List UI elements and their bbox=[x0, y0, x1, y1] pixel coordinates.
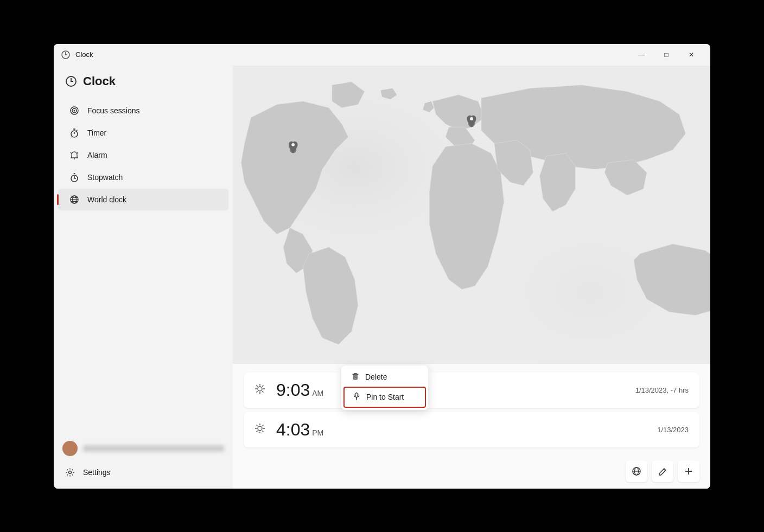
stopwatch-icon bbox=[69, 172, 80, 183]
svg-line-16 bbox=[71, 152, 72, 153]
clock-card-new-york: 9:03 AM New York 1/13/2023, -7 hrs bbox=[244, 373, 699, 408]
delete-menu-item[interactable]: Delete bbox=[343, 368, 426, 387]
pin-icon bbox=[352, 392, 361, 402]
alarm-label: Alarm bbox=[87, 151, 107, 159]
svg-point-32 bbox=[291, 143, 295, 146]
svg-rect-11 bbox=[73, 129, 75, 130]
world-clock-label: World clock bbox=[87, 195, 126, 204]
time-ampm-1: AM bbox=[312, 389, 323, 398]
settings-label: Settings bbox=[83, 468, 111, 477]
title-bar-controls: — □ ✕ bbox=[629, 46, 704, 63]
context-menu: Delete Pin to Start bbox=[341, 366, 428, 410]
settings-icon bbox=[65, 467, 75, 478]
app-window: Clock — □ ✕ Clock bbox=[54, 44, 710, 489]
focus-sessions-icon bbox=[69, 105, 80, 116]
user-section bbox=[62, 439, 224, 458]
time-display-2: 4:03 PM bbox=[276, 420, 341, 440]
svg-line-53 bbox=[257, 431, 258, 432]
clock-card-2: 4:03 PM 1/13/2023 bbox=[244, 412, 699, 447]
clock-icon bbox=[65, 75, 78, 88]
svg-point-10 bbox=[74, 110, 75, 111]
time-value-2: 4:03 bbox=[276, 420, 310, 440]
svg-line-43 bbox=[257, 391, 258, 392]
svg-line-51 bbox=[262, 431, 263, 432]
sidebar: Clock Focus sessions bbox=[54, 66, 233, 489]
sidebar-header: Clock bbox=[54, 70, 233, 97]
date-info-2: 1/13/2023 bbox=[657, 426, 689, 434]
sun-icon-1 bbox=[254, 383, 265, 397]
svg-point-34 bbox=[470, 117, 473, 120]
svg-line-52 bbox=[262, 425, 263, 426]
settings-item[interactable]: Settings bbox=[62, 463, 224, 482]
delete-icon bbox=[351, 372, 360, 382]
world-clock-icon bbox=[69, 194, 80, 205]
globe-button[interactable] bbox=[626, 460, 647, 482]
sidebar-item-stopwatch[interactable]: Stopwatch bbox=[58, 166, 228, 188]
stopwatch-label: Stopwatch bbox=[87, 173, 123, 182]
world-map-svg bbox=[233, 66, 710, 364]
svg-line-14 bbox=[77, 130, 78, 131]
date-info-1: 1/13/2023, -7 hrs bbox=[635, 386, 689, 394]
alarm-icon bbox=[69, 150, 80, 161]
clock-list: 9:03 AM New York 1/13/2023, -7 hrs bbox=[233, 364, 710, 456]
delete-label: Delete bbox=[365, 373, 387, 381]
sidebar-item-timer[interactable]: Timer bbox=[58, 122, 228, 144]
svg-rect-18 bbox=[74, 173, 75, 174]
timer-label: Timer bbox=[87, 129, 106, 137]
svg-line-41 bbox=[262, 391, 263, 392]
map-section bbox=[233, 66, 710, 364]
sidebar-item-world-clock[interactable]: World clock bbox=[58, 189, 228, 210]
sidebar-bottom: Settings bbox=[54, 432, 233, 489]
app-icon bbox=[60, 49, 71, 60]
focus-sessions-label: Focus sessions bbox=[87, 106, 139, 115]
pin-to-start-menu-item[interactable]: Pin to Start bbox=[343, 387, 426, 408]
pin-to-start-label: Pin to Start bbox=[366, 393, 404, 401]
map-container bbox=[233, 66, 710, 364]
avatar bbox=[62, 441, 78, 456]
sidebar-item-alarm[interactable]: Alarm bbox=[58, 144, 228, 166]
svg-point-35 bbox=[258, 387, 262, 391]
minimize-button[interactable]: — bbox=[629, 46, 654, 63]
time-ampm-2: PM bbox=[312, 428, 323, 437]
svg-line-17 bbox=[77, 152, 78, 153]
maximize-button[interactable]: □ bbox=[654, 46, 679, 63]
username bbox=[83, 445, 224, 452]
main-content: 9:03 AM New York 1/13/2023, -7 hrs bbox=[233, 66, 710, 489]
svg-point-7 bbox=[71, 80, 72, 81]
edit-button[interactable] bbox=[652, 460, 673, 482]
svg-line-50 bbox=[257, 425, 258, 426]
sidebar-item-focus-sessions[interactable]: Focus sessions bbox=[58, 100, 228, 121]
svg-line-42 bbox=[262, 385, 263, 386]
svg-point-45 bbox=[258, 426, 262, 431]
time-value-1: 9:03 bbox=[276, 380, 310, 400]
svg-point-3 bbox=[65, 54, 66, 55]
svg-point-27 bbox=[69, 471, 72, 473]
timer-icon bbox=[69, 127, 80, 138]
add-button[interactable] bbox=[678, 460, 699, 482]
time-display-1: 9:03 AM bbox=[276, 380, 341, 400]
sidebar-nav: Focus sessions Timer bbox=[54, 97, 233, 432]
toolbar bbox=[233, 456, 710, 489]
title-bar-text: Clock bbox=[75, 50, 629, 59]
app-title: Clock bbox=[83, 74, 116, 88]
app-body: Clock Focus sessions bbox=[54, 66, 710, 489]
close-button[interactable]: ✕ bbox=[679, 46, 704, 63]
svg-line-40 bbox=[257, 385, 258, 386]
sun-icon-2 bbox=[254, 423, 265, 437]
title-bar: Clock — □ ✕ bbox=[54, 44, 710, 66]
